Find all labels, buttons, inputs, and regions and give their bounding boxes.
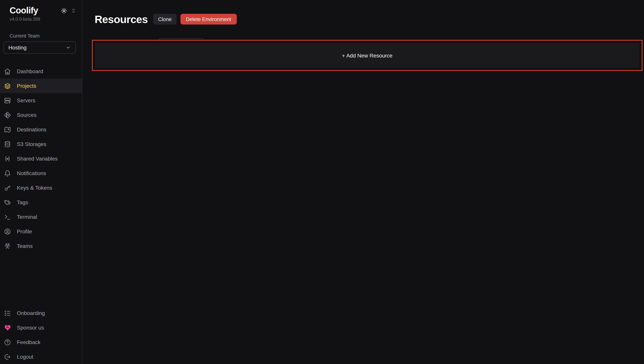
page-title: Resources [95, 13, 148, 26]
sidebar-item-keys-tokens[interactable]: Keys & Tokens [0, 180, 82, 195]
home-icon [4, 68, 11, 75]
clone-button[interactable]: Clone [153, 14, 176, 25]
tags-icon [4, 199, 11, 206]
database-icon [4, 140, 11, 148]
delete-environment-button[interactable]: Delete Environment [180, 14, 236, 25]
coolify-app: Coolify v4.0.0-beta.399 Current Team Hos… [0, 0, 644, 364]
git-source-icon [4, 111, 11, 118]
sidebar-nav-bottom: Onboarding Sponsor us Feedback Logout [0, 306, 82, 364]
sidebar-item-destinations[interactable]: Destinations [0, 122, 82, 137]
server-icon [4, 97, 11, 104]
sidebar-item-s3-storages[interactable]: S3 Storages [0, 137, 82, 151]
page-header: Resources Clone Delete Environment [83, 0, 644, 33]
sidebar-item-servers[interactable]: Servers [0, 93, 82, 108]
sidebar-item-sponsor-us[interactable]: Sponsor us [0, 320, 82, 335]
sidebar-item-profile[interactable]: Profile [0, 224, 82, 239]
sidebar-item-tags[interactable]: Tags [0, 195, 82, 210]
highlight-outline: + Add New Resource [92, 40, 642, 71]
key-icon [4, 184, 11, 192]
sidebar-item-feedback[interactable]: Feedback [0, 335, 82, 350]
help-circle-icon [4, 338, 11, 346]
app-logo: Coolify [10, 5, 38, 16]
bell-icon [4, 170, 11, 177]
current-team-label: Current Team [0, 33, 82, 39]
sidebar-item-shared-variables[interactable]: Shared Variables [0, 151, 82, 166]
sidebar-nav: Dashboard Projects Servers Sources Desti… [0, 64, 82, 253]
checklist-icon [4, 310, 11, 317]
sidebar: Coolify v4.0.0-beta.399 Current Team Hos… [0, 0, 82, 364]
add-new-resource-label: + Add New Resource [342, 52, 392, 58]
heart-hands-icon [4, 324, 11, 331]
sidebar-item-projects[interactable]: Projects [0, 78, 82, 93]
sidebar-item-teams[interactable]: Teams [0, 239, 82, 253]
add-new-resource-button[interactable]: + Add New Resource [94, 42, 640, 68]
teams-icon [4, 242, 11, 250]
team-select[interactable]: Hosting [4, 42, 76, 54]
terminal-icon [4, 213, 11, 220]
variable-icon [4, 155, 11, 162]
sidebar-item-onboarding[interactable]: Onboarding [0, 306, 82, 320]
chevron-down-icon [66, 45, 71, 50]
map-icon [4, 126, 11, 133]
theme-selector-icon[interactable] [71, 8, 76, 13]
sun-icon[interactable] [61, 8, 67, 14]
logout-icon [4, 353, 11, 360]
team-select-value: Hosting [8, 44, 27, 50]
profile-icon [4, 228, 11, 235]
main-content: Resources Clone Delete Environment illic… [83, 0, 644, 364]
sidebar-item-notifications[interactable]: Notifications [0, 166, 82, 180]
sidebar-header: Coolify [0, 0, 82, 16]
sidebar-item-dashboard[interactable]: Dashboard [0, 64, 82, 78]
layers-icon [4, 82, 11, 90]
app-version: v4.0.0-beta.399 [0, 17, 82, 22]
sidebar-item-terminal[interactable]: Terminal [0, 210, 82, 224]
sidebar-item-logout[interactable]: Logout [0, 350, 82, 364]
sidebar-item-sources[interactable]: Sources [0, 108, 82, 122]
